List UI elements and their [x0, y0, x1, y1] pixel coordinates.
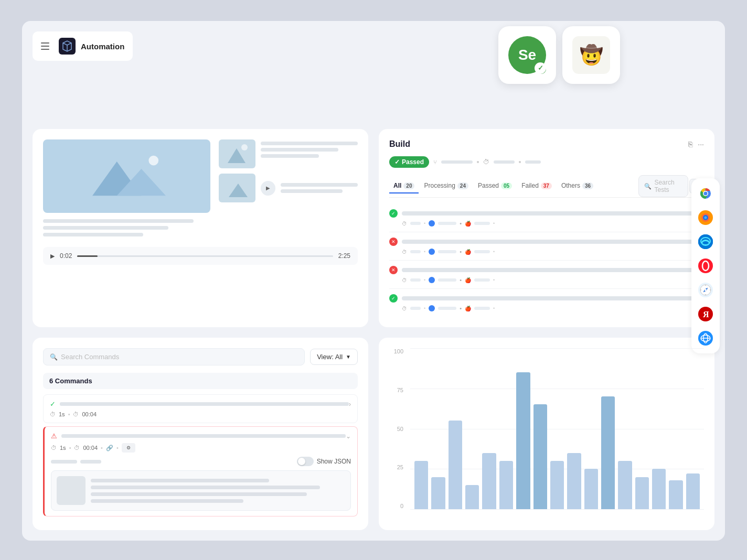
json-toggle-switch[interactable] — [297, 457, 314, 466]
apple-icon: 🍎 — [465, 306, 471, 311]
tab-all[interactable]: All 20 — [389, 179, 419, 193]
chart-bar — [449, 421, 462, 509]
app-title: Automation — [81, 42, 124, 51]
table-row: ✓ ⏱ • • 🍎 • — [389, 204, 704, 232]
time-start: 0:02 — [60, 252, 72, 260]
passed-badge: ✓ Passed — [389, 156, 429, 168]
svg-point-4 — [704, 192, 708, 196]
build-title: Build — [389, 139, 410, 149]
link-icon: 🔗 — [106, 445, 113, 451]
y-axis: 100 75 50 25 0 — [389, 348, 408, 509]
yandex-icon[interactable]: Я — [696, 304, 716, 324]
hamburger-menu[interactable] — [41, 40, 54, 52]
video-content: ▶ — [43, 139, 358, 236]
play-button[interactable]: ▶ — [261, 181, 275, 196]
video-text-block — [43, 219, 210, 236]
safari-icon[interactable] — [696, 280, 716, 300]
testmu-logo-card: 🤠 — [562, 26, 620, 84]
commands-card: 🔍 Search Commands View: All ▼ 6 Commands… — [33, 338, 368, 530]
build-card: Build ⎘ ··· ✓ Passed ⑂ ⏱ — [379, 129, 714, 327]
floating-logos-container: Se ✓ 🤠 — [498, 26, 620, 84]
text-line-1 — [43, 219, 194, 223]
time-end: 2:25 — [338, 252, 350, 260]
build-tabs: All 20 Processing 24 Passed 05 Failed 37… — [389, 175, 704, 198]
table-row: ✕ ⏱ • • 🍎 • — [389, 232, 704, 261]
clock-icon-3: ⏱ — [51, 445, 57, 451]
cmd-expand-icon[interactable]: › — [349, 401, 351, 408]
video-main-panel — [43, 139, 210, 236]
video-card: ▶ ▶ 0:02 2:25 — [33, 129, 368, 327]
clock-icon: ⏱ — [483, 158, 489, 166]
show-json-toggle[interactable]: Show JSON — [297, 457, 351, 466]
clock-icon-2: ⏱ — [50, 411, 56, 417]
ie-icon[interactable] — [696, 328, 716, 348]
svg-point-37 — [241, 144, 248, 150]
selenium-logo-card: Se ✓ — [498, 26, 556, 84]
chart-bar — [550, 461, 564, 509]
status-pass-icon: ✓ — [389, 209, 398, 218]
chart-bar — [465, 485, 479, 509]
chart-area: 100 75 50 25 0 — [389, 348, 704, 520]
search-cmd-icon: 🔍 — [50, 353, 58, 361]
command-item-1: ✓ › ⏱ 1s • ⏱ 00:04 — [43, 394, 358, 423]
command-item-2: ⚠ ⌄ ⏱ 1s • ⏱ 00:04 • 🔗 • ⚙ — [43, 426, 358, 516]
chart-bar — [669, 480, 682, 509]
chart-bar — [431, 477, 445, 509]
svg-point-8 — [705, 217, 707, 219]
chart-bar — [635, 477, 649, 509]
chrome-icon[interactable] — [696, 184, 716, 203]
cmd-preview-thumbnail — [57, 476, 86, 505]
view-all-button[interactable]: View: All ▼ — [310, 349, 358, 365]
chart-bar — [533, 404, 547, 509]
browser-sidebar: Я — [691, 178, 720, 353]
search-commands-row: 🔍 Search Commands View: All ▼ — [43, 348, 358, 365]
tab-others[interactable]: Others 36 — [557, 179, 597, 193]
apple-icon: 🍎 — [465, 277, 471, 283]
play-row: ▶ — [219, 174, 358, 202]
video-right-panel: ▶ — [219, 139, 358, 236]
app-logo — [59, 38, 76, 55]
app-container: Automation Se ✓ 🤠 — [22, 21, 725, 541]
status-fail-icon: ✕ — [389, 266, 398, 274]
tab-processing[interactable]: Processing 24 — [420, 179, 473, 193]
status-pass-icon: ✓ — [389, 294, 398, 303]
timer-icon: ⏱ — [73, 411, 79, 417]
share-icon[interactable]: ⎘ — [688, 140, 692, 148]
firefox-icon[interactable] — [696, 208, 716, 228]
commands-count-label: 6 Commands — [43, 373, 358, 389]
text-line-3 — [43, 233, 143, 236]
desc-lines — [281, 183, 358, 193]
chart-bar — [499, 461, 513, 509]
check-icon: ✓ — [394, 158, 400, 166]
tab-failed[interactable]: Failed 37 — [517, 179, 556, 193]
timer-icon-2: ⏱ — [74, 445, 80, 451]
chart-bar — [414, 461, 428, 509]
progress-track[interactable] — [77, 255, 333, 257]
video-thumb-1 — [219, 139, 255, 168]
main-grid: ▶ ▶ 0:02 2:25 — [33, 129, 714, 530]
bars-container — [410, 348, 704, 509]
chart-bar — [584, 469, 598, 509]
chart-bar — [686, 473, 700, 509]
build-header: Build ⎘ ··· — [389, 139, 704, 149]
svg-point-24 — [705, 289, 707, 291]
header-bar: Automation — [33, 31, 133, 61]
search-tests-input[interactable]: 🔍 Search Tests — [638, 175, 688, 197]
chevron-down-icon: ▼ — [346, 354, 351, 360]
search-commands-input[interactable]: 🔍 Search Commands — [43, 348, 305, 365]
more-icon[interactable]: ··· — [698, 140, 704, 148]
chart-bar — [482, 453, 496, 509]
edge-icon[interactable] — [696, 232, 716, 252]
build-meta: ✓ Passed ⑂ ⏱ — [389, 156, 704, 168]
opera-icon[interactable] — [696, 256, 716, 276]
chart-card: 100 75 50 25 0 — [379, 338, 714, 530]
video-thumb-2 — [219, 174, 255, 202]
chart-inner — [410, 348, 704, 509]
table-row: ✓ ⏱ • • 🍎 • — [389, 289, 704, 317]
cmd-badge: ⚙ — [122, 443, 135, 453]
cmd-collapse-icon[interactable]: ⌄ — [346, 433, 351, 440]
table-row: ✕ ⏱ • • 🍎 • — [389, 261, 704, 289]
status-fail-icon: ✕ — [389, 238, 398, 246]
play-icon[interactable]: ▶ — [50, 253, 55, 260]
tab-passed[interactable]: Passed 05 — [474, 179, 516, 193]
